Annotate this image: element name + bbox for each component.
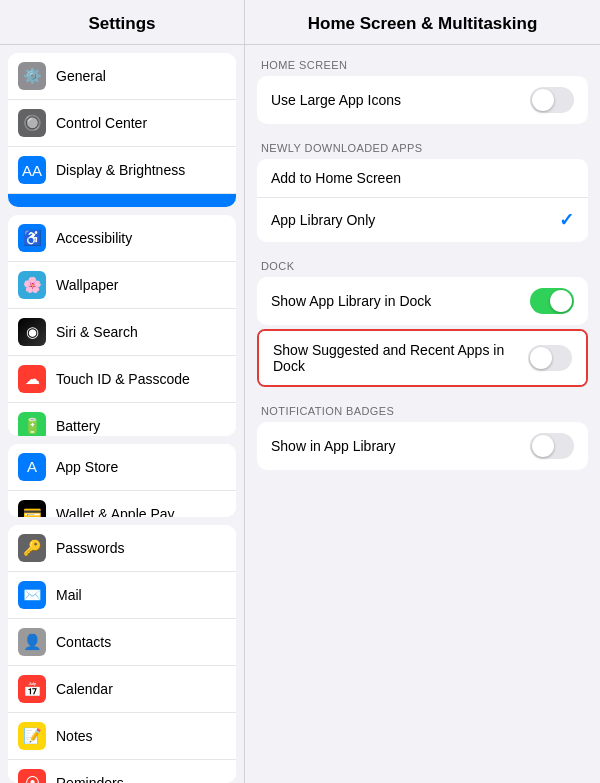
section-label-newly-downloaded-apps: NEWLY DOWNLOADED APPS — [245, 128, 600, 159]
sidebar-item-wallet[interactable]: 💳Wallet & Apple Pay — [8, 491, 236, 517]
settings-group-notification-badges: Show in App Library — [257, 422, 588, 470]
notes-label: Notes — [56, 727, 93, 745]
sidebar-item-notes[interactable]: 📝Notes — [8, 713, 236, 760]
show-app-library-badges-toggle[interactable] — [530, 433, 574, 459]
settings-row-show-app-library-dock[interactable]: Show App Library in Dock — [257, 277, 588, 325]
sidebar-group-2: AApp Store💳Wallet & Apple Pay — [8, 444, 236, 517]
sidebar-item-contacts[interactable]: 👤Contacts — [8, 619, 236, 666]
wallpaper-icon: 🌸 — [18, 271, 46, 299]
control-center-label: Control Center — [56, 114, 147, 132]
sidebar: Settings ⚙️General🔘Control CenterAADispl… — [0, 0, 245, 783]
main-panel: Home Screen & Multitasking HOME SCREENUs… — [245, 0, 600, 783]
notes-icon: 📝 — [18, 722, 46, 750]
settings-group-dock: Show App Library in Dock — [257, 277, 588, 325]
sidebar-item-battery[interactable]: 🔋Battery — [8, 403, 236, 436]
general-label: General — [56, 67, 106, 85]
sidebar-item-passwords[interactable]: 🔑Passwords — [8, 525, 236, 572]
settings-group-newly-downloaded-apps: Add to Home ScreenApp Library Only✓ — [257, 159, 588, 242]
settings-row-show-app-library-badges[interactable]: Show in App Library — [257, 422, 588, 470]
appstore-icon: A — [18, 453, 46, 481]
contacts-icon: 👤 — [18, 628, 46, 656]
sidebar-item-calendar[interactable]: 📅Calendar — [8, 666, 236, 713]
show-suggested-dock-label: Show Suggested and Recent Apps in Dock — [273, 342, 528, 374]
wallpaper-label: Wallpaper — [56, 276, 119, 294]
sidebar-item-display[interactable]: AADisplay & Brightness — [8, 147, 236, 194]
settings-row-app-library[interactable]: App Library Only✓ — [257, 198, 588, 242]
show-app-library-dock-label: Show App Library in Dock — [271, 293, 530, 309]
battery-icon: 🔋 — [18, 412, 46, 436]
highlighted-section: Show Suggested and Recent Apps in Dock — [257, 329, 588, 387]
contacts-label: Contacts — [56, 633, 111, 651]
add-home-label: Add to Home Screen — [271, 170, 574, 186]
section-label-home-screen: HOME SCREEN — [245, 45, 600, 76]
touchid-label: Touch ID & Passcode — [56, 370, 190, 388]
app-library-label: App Library Only — [271, 212, 559, 228]
large-icons-toggle-knob — [532, 89, 554, 111]
siri-label: Siri & Search — [56, 323, 138, 341]
sidebar-item-control-center[interactable]: 🔘Control Center — [8, 100, 236, 147]
settings-group-home-screen: Use Large App Icons — [257, 76, 588, 124]
battery-label: Battery — [56, 417, 100, 435]
calendar-label: Calendar — [56, 680, 113, 698]
passwords-label: Passwords — [56, 539, 124, 557]
sidebar-group-3: 🔑Passwords✉️Mail👤Contacts📅Calendar📝Notes… — [8, 525, 236, 783]
siri-icon: ◉ — [18, 318, 46, 346]
reminders-icon: ⦿ — [18, 769, 46, 783]
settings-row-large-icons[interactable]: Use Large App Icons — [257, 76, 588, 124]
section-label-notification-badges: NOTIFICATION BADGES — [245, 391, 600, 422]
general-icon: ⚙️ — [18, 62, 46, 90]
wallet-icon: 💳 — [18, 500, 46, 517]
wallet-label: Wallet & Apple Pay — [56, 505, 175, 517]
sidebar-group-1: ♿Accessibility🌸Wallpaper◉Siri & Search☁T… — [8, 215, 236, 436]
large-icons-toggle[interactable] — [530, 87, 574, 113]
sidebar-item-mail[interactable]: ✉️Mail — [8, 572, 236, 619]
control-center-icon: 🔘 — [18, 109, 46, 137]
sidebar-item-reminders[interactable]: ⦿Reminders — [8, 760, 236, 783]
sidebar-item-general[interactable]: ⚙️General — [8, 53, 236, 100]
accessibility-icon: ♿ — [18, 224, 46, 252]
sidebar-item-wallpaper[interactable]: 🌸Wallpaper — [8, 262, 236, 309]
show-suggested-dock-toggle-knob — [530, 347, 552, 369]
appstore-label: App Store — [56, 458, 118, 476]
sidebar-item-touchid[interactable]: ☁Touch ID & Passcode — [8, 356, 236, 403]
settings-row-show-suggested-dock[interactable]: Show Suggested and Recent Apps in Dock — [259, 331, 586, 385]
display-label: Display & Brightness — [56, 161, 185, 179]
touchid-icon: ☁ — [18, 365, 46, 393]
mail-label: Mail — [56, 586, 82, 604]
large-icons-label: Use Large App Icons — [271, 92, 530, 108]
reminders-label: Reminders — [56, 774, 124, 783]
homescreen-label: Home Screen & Multitasking — [56, 203, 226, 207]
main-title: Home Screen & Multitasking — [245, 0, 600, 45]
show-suggested-dock-toggle[interactable] — [528, 345, 572, 371]
display-icon: AA — [18, 156, 46, 184]
sidebar-group-0: ⚙️General🔘Control CenterAADisplay & Brig… — [8, 53, 236, 207]
show-app-library-dock-toggle-knob — [550, 290, 572, 312]
passwords-icon: 🔑 — [18, 534, 46, 562]
calendar-icon: 📅 — [18, 675, 46, 703]
show-app-library-dock-toggle[interactable] — [530, 288, 574, 314]
show-app-library-badges-label: Show in App Library — [271, 438, 530, 454]
app-library-checkmark: ✓ — [559, 209, 574, 231]
sidebar-item-accessibility[interactable]: ♿Accessibility — [8, 215, 236, 262]
settings-row-add-home[interactable]: Add to Home Screen — [257, 159, 588, 198]
sidebar-item-homescreen[interactable]: ⊞Home Screen & Multitasking — [8, 194, 236, 207]
accessibility-label: Accessibility — [56, 229, 132, 247]
sidebar-item-siri[interactable]: ◉Siri & Search — [8, 309, 236, 356]
section-label-dock: DOCK — [245, 246, 600, 277]
sidebar-title: Settings — [0, 0, 244, 45]
sidebar-item-appstore[interactable]: AApp Store — [8, 444, 236, 491]
show-app-library-badges-toggle-knob — [532, 435, 554, 457]
mail-icon: ✉️ — [18, 581, 46, 609]
